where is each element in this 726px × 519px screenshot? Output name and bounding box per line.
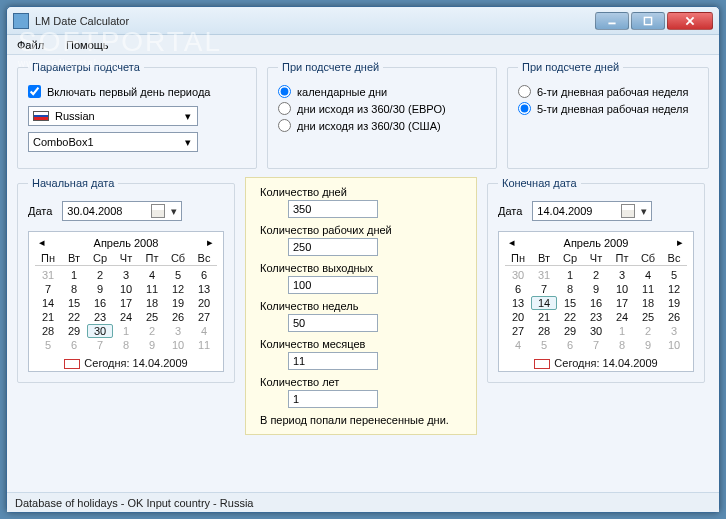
calendar-day[interactable]: 8 — [609, 338, 635, 352]
calendar-day[interactable]: 6 — [557, 338, 583, 352]
calendar-day[interactable]: 28 — [35, 324, 61, 338]
prev-month-button[interactable]: ◂ — [505, 236, 519, 249]
calendar-day[interactable]: 3 — [113, 268, 139, 282]
calendar-day[interactable]: 7 — [87, 338, 113, 352]
calendar-day[interactable]: 2 — [635, 324, 661, 338]
weekends-input[interactable] — [288, 276, 378, 294]
menu-help[interactable]: Помощь — [60, 37, 115, 53]
calendar-day[interactable]: 1 — [61, 268, 87, 282]
calendar-day[interactable]: 6 — [61, 338, 87, 352]
calendar-day[interactable]: 19 — [165, 296, 191, 310]
calendar-day[interactable]: 3 — [609, 268, 635, 282]
next-month-button[interactable]: ▸ — [203, 236, 217, 249]
calendar-day[interactable]: 23 — [583, 310, 609, 324]
calendar-day[interactable]: 30 — [583, 324, 609, 338]
calendar-day[interactable]: 24 — [609, 310, 635, 324]
calendar-day[interactable]: 20 — [191, 296, 217, 310]
calendar-day[interactable]: 10 — [113, 282, 139, 296]
calendar-day[interactable]: 18 — [635, 296, 661, 310]
calendar-day[interactable]: 3 — [165, 324, 191, 338]
calendar-day[interactable]: 8 — [113, 338, 139, 352]
workdays-input[interactable] — [288, 238, 378, 256]
include-first-day-input[interactable] — [28, 85, 41, 98]
calendar-day[interactable]: 11 — [139, 282, 165, 296]
end-calendar-grid[interactable]: ПнВтСрЧтПтСбВс30311234567891011121314151… — [505, 252, 687, 352]
minimize-button[interactable] — [595, 12, 629, 30]
calendar-day[interactable]: 17 — [113, 296, 139, 310]
calendar-day[interactable]: 6 — [191, 268, 217, 282]
combo2[interactable]: ComboBox1 ▾ — [28, 132, 198, 152]
calendar-day[interactable]: 14 — [35, 296, 61, 310]
calendar-day[interactable]: 26 — [165, 310, 191, 324]
end-date-input[interactable]: 14.04.2009 ▾ — [532, 201, 652, 221]
calendar-day[interactable]: 13 — [505, 296, 531, 310]
calendar-day[interactable]: 24 — [113, 310, 139, 324]
calendar-day[interactable]: 5 — [35, 338, 61, 352]
calendar-day[interactable]: 4 — [139, 268, 165, 282]
calendar-day[interactable]: 13 — [191, 282, 217, 296]
calendar-day[interactable]: 21 — [35, 310, 61, 324]
calendar-day[interactable]: 10 — [165, 338, 191, 352]
calendar-day[interactable]: 25 — [139, 310, 165, 324]
calendar-day[interactable]: 31 — [531, 268, 557, 282]
end-today-link[interactable]: Сегодня: 14.04.2009 — [505, 355, 687, 369]
calendar-day[interactable]: 9 — [583, 282, 609, 296]
radio-360-usa[interactable]: дни исходя из 360/30 (США) — [278, 119, 486, 132]
calendar-day[interactable]: 7 — [35, 282, 61, 296]
radio-5day[interactable]: 5-ти дневная рабочая неделя — [518, 102, 698, 115]
calendar-day[interactable]: 1 — [557, 268, 583, 282]
calendar-day[interactable]: 2 — [139, 324, 165, 338]
calendar-day[interactable]: 23 — [87, 310, 113, 324]
calendar-day[interactable]: 27 — [191, 310, 217, 324]
start-today-link[interactable]: Сегодня: 14.04.2009 — [35, 355, 217, 369]
calendar-day[interactable]: 11 — [191, 338, 217, 352]
months-input[interactable] — [288, 352, 378, 370]
next-month-button[interactable]: ▸ — [673, 236, 687, 249]
calendar-day[interactable]: 25 — [635, 310, 661, 324]
calendar-day[interactable]: 4 — [635, 268, 661, 282]
calendar-day[interactable]: 30 — [505, 268, 531, 282]
menu-file[interactable]: Файл — [11, 37, 50, 53]
calendar-day[interactable]: 29 — [557, 324, 583, 338]
calendar-day[interactable]: 18 — [139, 296, 165, 310]
calendar-day[interactable]: 9 — [635, 338, 661, 352]
calendar-day[interactable]: 22 — [557, 310, 583, 324]
start-date-input[interactable]: 30.04.2008 ▾ — [62, 201, 182, 221]
calendar-day[interactable]: 2 — [583, 268, 609, 282]
calendar-day[interactable]: 3 — [661, 324, 687, 338]
radio-calendar-days[interactable]: календарные дни — [278, 85, 486, 98]
calendar-day[interactable]: 1 — [609, 324, 635, 338]
years-input[interactable] — [288, 390, 378, 408]
calendar-day[interactable]: 7 — [583, 338, 609, 352]
calendar-day[interactable]: 9 — [139, 338, 165, 352]
calendar-day[interactable]: 15 — [61, 296, 87, 310]
calendar-day[interactable]: 16 — [87, 296, 113, 310]
prev-month-button[interactable]: ◂ — [35, 236, 49, 249]
calendar-day[interactable]: 8 — [557, 282, 583, 296]
days-input[interactable] — [288, 200, 378, 218]
radio-360-euro[interactable]: дни исходя из 360/30 (ЕВРО) — [278, 102, 486, 115]
calendar-day[interactable]: 5 — [531, 338, 557, 352]
language-combo[interactable]: Russian ▾ — [28, 106, 198, 126]
calendar-day[interactable]: 17 — [609, 296, 635, 310]
calendar-day[interactable]: 12 — [165, 282, 191, 296]
calendar-day[interactable]: 1 — [113, 324, 139, 338]
calendar-day[interactable]: 2 — [87, 268, 113, 282]
calendar-day[interactable]: 26 — [661, 310, 687, 324]
calendar-day[interactable]: 19 — [661, 296, 687, 310]
calendar-day[interactable]: 22 — [61, 310, 87, 324]
include-first-day-check[interactable]: Включать первый день периода — [28, 85, 246, 98]
calendar-day[interactable]: 4 — [505, 338, 531, 352]
calendar-day[interactable]: 30 — [87, 324, 113, 338]
start-calendar-grid[interactable]: ПнВтСрЧтПтСбВс31123456789101112131415161… — [35, 252, 217, 352]
calendar-day[interactable]: 11 — [635, 282, 661, 296]
calendar-day[interactable]: 20 — [505, 310, 531, 324]
calendar-day[interactable]: 29 — [61, 324, 87, 338]
calendar-day[interactable]: 28 — [531, 324, 557, 338]
calendar-day[interactable]: 8 — [61, 282, 87, 296]
calendar-day[interactable]: 21 — [531, 310, 557, 324]
calendar-day[interactable]: 5 — [165, 268, 191, 282]
calendar-day[interactable]: 4 — [191, 324, 217, 338]
titlebar[interactable]: LM Date Calculator — [7, 7, 719, 35]
calendar-day[interactable]: 16 — [583, 296, 609, 310]
